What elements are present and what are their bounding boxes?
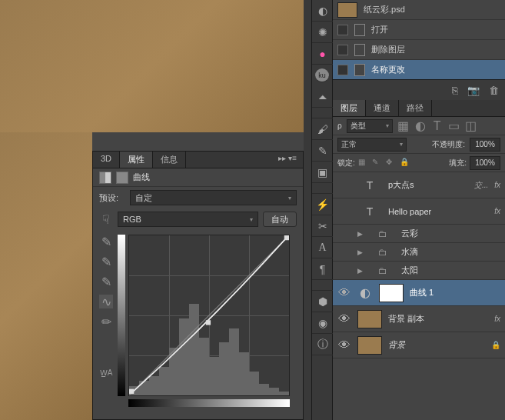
layers-panel: 图层 通道 路径 ρ 类型 ▾ ▦ ◐ T ▭ ◫ 正常 ▾ 不透明度: 100… — [333, 100, 505, 358]
curve-draw-tool-icon[interactable]: ✏ — [99, 315, 113, 328]
expand-arrow-icon[interactable]: ▶ — [357, 248, 363, 256]
checkbox[interactable] — [337, 65, 348, 75]
tab-3d[interactable]: 3D — [93, 152, 120, 168]
history-step[interactable]: 删除图层 — [333, 40, 505, 60]
right-panel-group: 纸云彩.psd 打开 删除图层 名称更改 ⎘ 📷 🗑 图层 通道 路径 ρ — [333, 0, 505, 420]
visibility-toggle[interactable]: 👁 — [337, 338, 351, 352]
tool-3d-icon[interactable]: ⬢ — [312, 291, 333, 312]
expand-arrow-icon[interactable]: ▶ — [357, 267, 363, 275]
opacity-input[interactable]: 100% — [470, 138, 500, 152]
blend-mode-select[interactable]: 正常 ▾ — [337, 138, 407, 152]
fill-input[interactable]: 100% — [470, 156, 500, 170]
filter-smart-icon[interactable]: ◫ — [465, 120, 477, 132]
lock-pixels-icon[interactable]: ✎ — [372, 158, 383, 168]
eyedropper-black-icon[interactable]: ✎ — [99, 235, 113, 248]
preset-select[interactable]: 自定 ▾ — [130, 190, 297, 205]
filter-shape-icon[interactable]: ▭ — [448, 120, 460, 132]
camera-icon[interactable]: 📷 — [467, 85, 480, 96]
curve-smooth-icon[interactable]: W̲A — [99, 365, 113, 379]
tool-clone-icon[interactable]: ▣ — [312, 162, 333, 183]
tab-info[interactable]: 信息 — [153, 152, 186, 168]
checkbox[interactable] — [337, 45, 348, 55]
properties-tab-bar: 3D 属性 信息 ▸▸ ▾≡ — [93, 152, 303, 168]
tool-wheel-icon[interactable]: ✺ — [312, 22, 333, 43]
visibility-toggle[interactable]: 👁 — [337, 312, 351, 326]
tab-properties[interactable]: 属性 — [120, 152, 153, 168]
layer-row[interactable]: 👁 ◐ 曲线 1 — [333, 280, 505, 306]
tool-item[interactable]: ⏶ — [312, 86, 333, 108]
mask-thumb[interactable] — [379, 284, 404, 302]
layer-name: 背景 — [388, 339, 485, 351]
visibility-toggle[interactable]: 👁 — [337, 286, 351, 300]
visibility-toggle[interactable] — [337, 264, 351, 278]
canvas-area-below[interactable] — [0, 132, 92, 420]
tool-item[interactable]: ⚡ — [312, 194, 333, 215]
auto-button[interactable]: 自动 — [263, 212, 297, 227]
layer-thumb[interactable] — [357, 336, 382, 355]
panel-collapse-strip[interactable] — [304, 0, 312, 420]
lock-all-icon[interactable]: 🔒 — [400, 158, 410, 168]
tool-kuler-icon[interactable]: ku — [315, 68, 329, 82]
tab-channels[interactable]: 通道 — [366, 100, 399, 116]
tool-info-icon[interactable]: ⓘ — [312, 334, 333, 355]
curve-path[interactable] — [129, 235, 289, 395]
curve-point-tool-icon[interactable]: ∿ — [99, 295, 113, 308]
layer-thumb[interactable] — [357, 310, 382, 328]
finger-tool-icon[interactable]: ☟ — [99, 212, 113, 226]
preset-value: 自定 — [135, 192, 152, 204]
layer-group-row[interactable]: ▶ 🗀 水滴 — [333, 243, 505, 262]
tool-item[interactable]: ✎ — [312, 140, 333, 162]
curves-graph[interactable] — [128, 235, 290, 396]
channel-select[interactable]: RGB ▾ — [118, 212, 258, 227]
tool-item[interactable]: ✂ — [312, 215, 333, 237]
tool-text-icon[interactable]: A — [312, 237, 333, 258]
tool-item[interactable]: ◉ — [312, 312, 333, 334]
visibility-toggle[interactable] — [337, 227, 351, 241]
visibility-toggle[interactable] — [337, 245, 351, 259]
history-label: 纸云彩.psd — [364, 4, 405, 15]
layer-row[interactable]: 👁 背景 🔒 — [333, 332, 505, 358]
tool-paragraph-icon[interactable]: ¶ — [312, 258, 333, 280]
document-icon — [354, 24, 365, 36]
filter-adjust-icon[interactable]: ◐ — [414, 120, 427, 132]
history-step[interactable]: 名称更改 — [333, 60, 505, 80]
layer-name: 背景 副本 — [388, 313, 488, 325]
checkbox[interactable] — [337, 25, 348, 35]
layer-row[interactable]: T p大点s 交... fx — [333, 172, 505, 198]
panel-menu-icon[interactable]: ▸▸ ▾≡ — [272, 152, 303, 168]
layer-filter-bar: ρ 类型 ▾ ▦ ◐ T ▭ ◫ — [333, 117, 505, 135]
history-step[interactable]: 打开 — [333, 20, 505, 40]
visibility-toggle[interactable] — [337, 178, 351, 192]
tab-layers[interactable]: 图层 — [333, 100, 366, 116]
eyedropper-white-icon[interactable]: ✎ — [99, 275, 113, 288]
tool-brush-icon[interactable]: 🖌 — [312, 118, 333, 140]
layer-row[interactable]: 👁 背景 副本 fx — [333, 306, 505, 332]
fx-badge[interactable]: fx — [494, 315, 500, 323]
filter-text-icon[interactable]: T — [431, 120, 444, 132]
preset-label: 预设: — [99, 192, 125, 204]
visibility-toggle[interactable] — [337, 205, 351, 218]
layer-lock-bar: 锁定: ▦ ✎ ✥ 🔒 填充: 100% — [333, 154, 505, 172]
trash-icon[interactable]: 🗑 — [489, 85, 499, 96]
create-doc-icon[interactable]: ⎘ — [452, 85, 458, 96]
history-label: 打开 — [371, 24, 388, 35]
tab-paths[interactable]: 路径 — [399, 100, 432, 116]
history-panel: 纸云彩.psd 打开 删除图层 名称更改 — [333, 0, 505, 80]
eyedropper-gray-icon[interactable]: ✎ — [99, 255, 113, 268]
filter-kind-select[interactable]: 类型 ▾ — [347, 119, 393, 133]
fx-badge[interactable]: fx — [494, 181, 500, 189]
history-snapshot[interactable]: 纸云彩.psd — [333, 0, 505, 20]
fx-badge[interactable]: fx — [494, 207, 500, 215]
layer-group-row[interactable]: ▶ 🗀 太阳 — [333, 262, 505, 280]
tool-item[interactable]: ◐ — [312, 0, 333, 22]
tool-color-icon[interactable]: ● — [312, 43, 333, 65]
lock-position-icon[interactable]: ✥ — [386, 158, 397, 168]
layer-row[interactable]: T Hello paper fx — [333, 198, 505, 225]
filter-pixel-icon[interactable]: ▦ — [397, 120, 410, 132]
canvas-area[interactable] — [0, 0, 304, 132]
lock-transparency-icon[interactable]: ▦ — [358, 158, 369, 168]
fill-label: 填充: — [449, 158, 467, 168]
svg-rect-1 — [129, 389, 134, 394]
layer-group-row[interactable]: ▶ 🗀 云彩 — [333, 225, 505, 243]
expand-arrow-icon[interactable]: ▶ — [357, 230, 363, 238]
